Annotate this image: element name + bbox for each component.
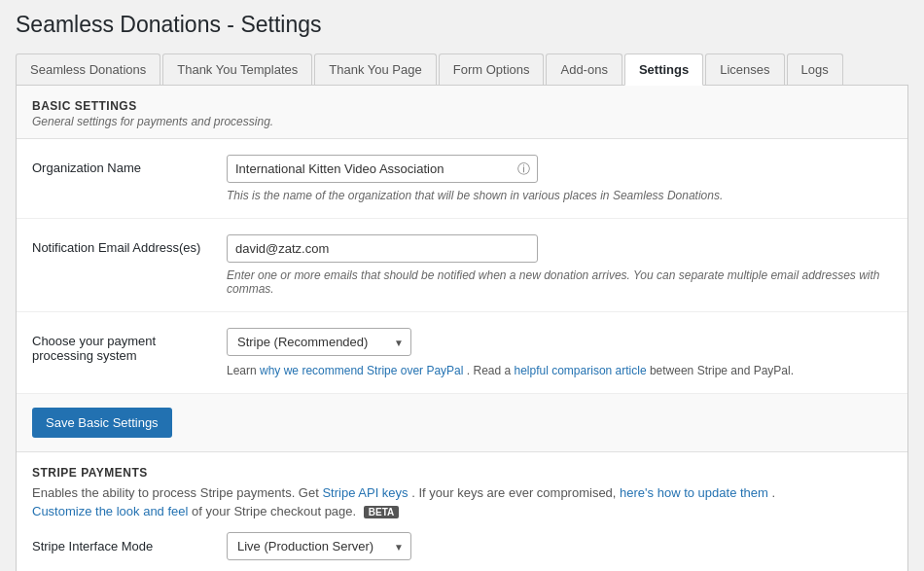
payment-field: Stripe (Recommended) PayPal ▼ Learn why … <box>227 328 892 377</box>
tab-thank-you-page[interactable]: Thank You Page <box>314 54 436 85</box>
payment-note: Learn why we recommend Stripe over PayPa… <box>227 364 888 377</box>
payment-select[interactable]: Stripe (Recommended) PayPal <box>227 328 411 356</box>
page-wrapper: Seamless Donations - Settings Seamless D… <box>0 0 924 571</box>
org-name-input[interactable] <box>227 155 538 183</box>
stripe-mode-select[interactable]: Live (Production Server) Test (Sandbox S… <box>227 532 411 560</box>
stripe-desc-suffix: . <box>772 485 776 500</box>
basic-settings-subtitle: General settings for payments and proces… <box>32 115 892 128</box>
basic-settings-title: BASIC SETTINGS <box>32 99 892 113</box>
email-field-wrapper: Enter one or more emails that should be … <box>227 234 892 296</box>
save-basic-settings-button[interactable]: Save Basic Settings <box>32 408 172 438</box>
stripe-desc-line2: Customize the look and feel of your Stri… <box>32 504 892 518</box>
stripe-desc-line1: Enables the ability to process Stripe pa… <box>32 485 892 500</box>
org-input-wrapper: ⓘ <box>227 155 538 183</box>
payment-note-prefix: Learn <box>227 364 260 377</box>
stripe-mode-select-wrapper: Live (Production Server) Test (Sandbox S… <box>227 532 411 560</box>
payment-select-wrapper: Stripe (Recommended) PayPal ▼ <box>227 328 411 356</box>
stripe-update-link[interactable]: here's how to update them <box>620 485 768 500</box>
stripe-api-keys-link[interactable]: Stripe API keys <box>322 485 408 500</box>
stripe-mode-label: Stripe Interface Mode <box>32 539 227 553</box>
tab-seamless-donations[interactable]: Seamless Donations <box>16 54 160 85</box>
tab-add-ons[interactable]: Add-ons <box>546 54 622 85</box>
org-name-label: Organization Name <box>32 155 227 175</box>
email-hint: Enter one or more emails that should be … <box>227 268 888 296</box>
org-name-row: Organization Name ⓘ This is the name of … <box>17 139 907 219</box>
stripe-customize-link[interactable]: Customize the look and feel <box>32 504 188 518</box>
tab-form-options[interactable]: Form Options <box>439 54 545 85</box>
stripe-section: STRIPE PAYMENTS Enables the ability to p… <box>17 452 907 571</box>
tabs-bar: Seamless Donations Thank You Templates T… <box>16 54 908 86</box>
tab-thank-you-templates[interactable]: Thank You Templates <box>162 54 312 85</box>
org-name-hint: This is the name of the organization tha… <box>227 189 888 202</box>
payment-note-suffix: between Stripe and PayPal. <box>650 364 794 377</box>
payment-row: Choose your paymentprocessing system Str… <box>17 312 907 394</box>
tab-logs[interactable]: Logs <box>787 54 843 85</box>
stripe-section-title: STRIPE PAYMENTS <box>32 466 892 480</box>
payment-label: Choose your paymentprocessing system <box>32 328 227 363</box>
tab-settings[interactable]: Settings <box>624 54 703 86</box>
stripe-customize-suffix: of your Stripe checkout page. <box>192 504 356 518</box>
payment-comparison-link[interactable]: helpful comparison article <box>515 364 647 377</box>
payment-note-middle: . Read a <box>467 364 515 377</box>
basic-settings-header: BASIC SETTINGS General settings for paym… <box>17 86 907 139</box>
page-title: Seamless Donations - Settings <box>16 12 908 38</box>
stripe-desc-middle: . If your keys are ever compromised, <box>411 485 620 500</box>
stripe-mode-row: Stripe Interface Mode Live (Production S… <box>32 532 892 560</box>
email-input[interactable] <box>227 234 538 263</box>
payment-stripe-link[interactable]: why we recommend Stripe over PayPal <box>260 364 463 377</box>
save-area: Save Basic Settings <box>17 394 907 452</box>
stripe-desc-prefix: Enables the ability to process Stripe pa… <box>32 485 322 500</box>
org-name-field: ⓘ This is the name of the organization t… <box>227 155 892 202</box>
org-input-icon: ⓘ <box>517 161 530 178</box>
tab-licenses[interactable]: Licenses <box>705 54 784 85</box>
email-row: Notification Email Address(es) Enter one… <box>17 219 907 312</box>
content-area: BASIC SETTINGS General settings for paym… <box>16 86 908 571</box>
email-label: Notification Email Address(es) <box>32 234 227 255</box>
beta-badge: BETA <box>364 506 399 518</box>
